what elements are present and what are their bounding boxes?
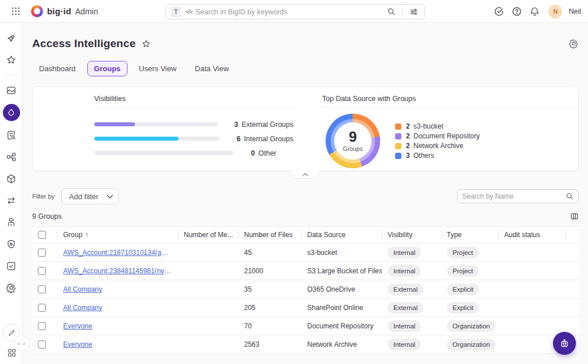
table-row: All Company35O365 OneDriveExternalExplic… xyxy=(32,280,579,299)
brand-suffix: Admin xyxy=(75,7,98,16)
charts-collapse-button[interactable] xyxy=(291,171,320,179)
top-bar: big·id Admin T </> xyxy=(0,0,588,23)
extra-cell xyxy=(566,280,579,299)
name-search-input[interactable] xyxy=(462,192,566,200)
notifications-bell-icon[interactable] xyxy=(528,5,541,18)
members-cell xyxy=(178,262,238,280)
sidebar-item-access-intelligence[interactable] xyxy=(3,104,20,121)
group-link[interactable]: All Company xyxy=(63,285,102,293)
search-icon[interactable] xyxy=(566,192,574,200)
app-launcher-icon[interactable] xyxy=(9,5,22,18)
source-cell: O365 OneDrive xyxy=(301,280,382,299)
row-select-cell xyxy=(32,280,57,299)
page-settings-gear-icon[interactable] xyxy=(568,38,579,49)
visibility-badge: Internal xyxy=(388,320,421,332)
filter-toolbar: Filter by Add filter xyxy=(32,188,579,204)
column-header-audit[interactable]: Audit status xyxy=(498,227,566,243)
chevron-down-icon xyxy=(107,195,113,199)
tab-dashboard[interactable]: Dashboard xyxy=(32,61,83,76)
group-link[interactable]: AWS_Account:218710310134(aws-bigid-pr... xyxy=(63,249,172,257)
column-chooser-icon[interactable] xyxy=(570,212,579,220)
column-header-visibility[interactable]: Visibility xyxy=(382,227,441,243)
bigid-logo[interactable] xyxy=(31,5,43,17)
legend-count: 2 xyxy=(406,132,411,140)
legend-label: Others xyxy=(413,152,434,160)
members-cell xyxy=(178,280,238,299)
legend-item: 2 Network Archive xyxy=(395,141,479,151)
members-cell xyxy=(178,317,238,335)
sidebar-collapse-handle[interactable]: ‹ › xyxy=(14,335,30,351)
text-search-mode-button[interactable]: T xyxy=(171,6,181,17)
table-row: AWS_Account:218710310134(aws-bigid-pr...… xyxy=(32,243,579,262)
favorite-star-icon[interactable] xyxy=(141,39,151,49)
type-cell: Explicit xyxy=(441,280,498,299)
bigid-admin-app: big·id Admin T </> xyxy=(0,0,588,364)
sidebar-item-classification[interactable] xyxy=(3,149,20,165)
sidebar-item-correlation[interactable] xyxy=(3,214,20,230)
files-cell: 45 xyxy=(238,243,301,262)
document-search-icon xyxy=(6,130,17,141)
select-all-cell xyxy=(32,227,57,243)
advanced-search-icon[interactable] xyxy=(407,6,420,18)
visibility-badge: External xyxy=(388,284,423,295)
group-link[interactable]: AWS_Account:238481145981(nvax) xyxy=(63,267,172,275)
group-link[interactable]: Everyone xyxy=(63,340,92,348)
type-badge: Project xyxy=(447,265,479,277)
visibility-bar-row: 0 Other xyxy=(94,146,293,160)
group-link[interactable]: Everyone xyxy=(63,322,92,330)
assistant-fab-button[interactable] xyxy=(553,332,576,355)
sidebar-item-data-flows[interactable] xyxy=(3,192,20,208)
type-cell: Project xyxy=(441,262,498,280)
column-header-members[interactable]: Number of Me... xyxy=(178,227,238,243)
global-search-bar[interactable]: T </> xyxy=(165,4,425,20)
visibility-cell: Internal xyxy=(382,317,441,335)
help-icon[interactable] xyxy=(510,5,523,18)
row-checkbox[interactable] xyxy=(38,285,46,293)
row-checkbox[interactable] xyxy=(38,340,46,348)
tab-data-view[interactable]: Data View xyxy=(188,61,235,76)
column-header-source[interactable]: Data Source xyxy=(301,227,382,243)
audit-cell xyxy=(498,299,566,317)
files-cell: 70 xyxy=(238,317,301,335)
tab-groups[interactable]: Groups xyxy=(87,61,127,76)
name-search-box[interactable] xyxy=(457,189,579,203)
column-header-files[interactable]: Number of Files xyxy=(238,227,301,243)
table-row: Everyone70Document RepositoryInternalOrg… xyxy=(32,317,579,335)
sidebar-item-getting-started[interactable] xyxy=(3,30,20,46)
sidebar-item-action-center[interactable] xyxy=(3,258,20,274)
row-checkbox[interactable] xyxy=(38,267,46,275)
column-header-type[interactable]: Type xyxy=(441,227,498,243)
title-row: Access Intelligence xyxy=(32,37,579,50)
top-data-source-divider xyxy=(322,107,579,108)
group-link[interactable]: All Company xyxy=(63,304,102,312)
visibilities-bars: 3 External Groups 6 Internal Groups 0 Ot… xyxy=(94,117,293,160)
sidebar-item-catalog[interactable] xyxy=(3,127,20,143)
sidebar-item-privacy[interactable] xyxy=(3,236,20,252)
select-all-checkbox[interactable] xyxy=(38,231,46,239)
query-search-mode-button[interactable]: </> xyxy=(185,9,192,15)
user-avatar[interactable]: N xyxy=(548,5,562,18)
search-icon[interactable] xyxy=(385,6,397,18)
count-row: 9 Groups xyxy=(32,212,579,220)
sidebar-item-dashboard[interactable] xyxy=(3,82,20,98)
column-header-group[interactable]: Group↑ xyxy=(57,227,178,243)
sidebar-item-inventory[interactable] xyxy=(3,171,20,187)
type-badge: Project xyxy=(447,247,479,258)
sidebar-item-settings[interactable] xyxy=(3,280,20,296)
visibilities-divider xyxy=(94,107,293,108)
row-checkbox[interactable] xyxy=(38,249,46,257)
type-badge: Explicit xyxy=(447,284,479,295)
brand-name: big·id xyxy=(47,6,71,16)
source-cell: SharePoint Online xyxy=(301,299,382,317)
add-filter-button[interactable]: Add filter xyxy=(61,188,119,204)
visibility-badge: Internal xyxy=(388,339,421,350)
sidebar-item-favorites[interactable] xyxy=(3,52,20,68)
global-search-input[interactable] xyxy=(195,8,385,16)
tasks-check-icon[interactable] xyxy=(493,5,505,18)
row-checkbox[interactable] xyxy=(38,304,46,312)
row-checkbox[interactable] xyxy=(38,322,46,330)
tab-users-view[interactable]: Users View xyxy=(132,61,184,76)
audit-cell xyxy=(498,262,566,280)
external-groups-count: 3 xyxy=(232,121,238,129)
sort-ascending-icon: ↑ xyxy=(85,231,88,239)
